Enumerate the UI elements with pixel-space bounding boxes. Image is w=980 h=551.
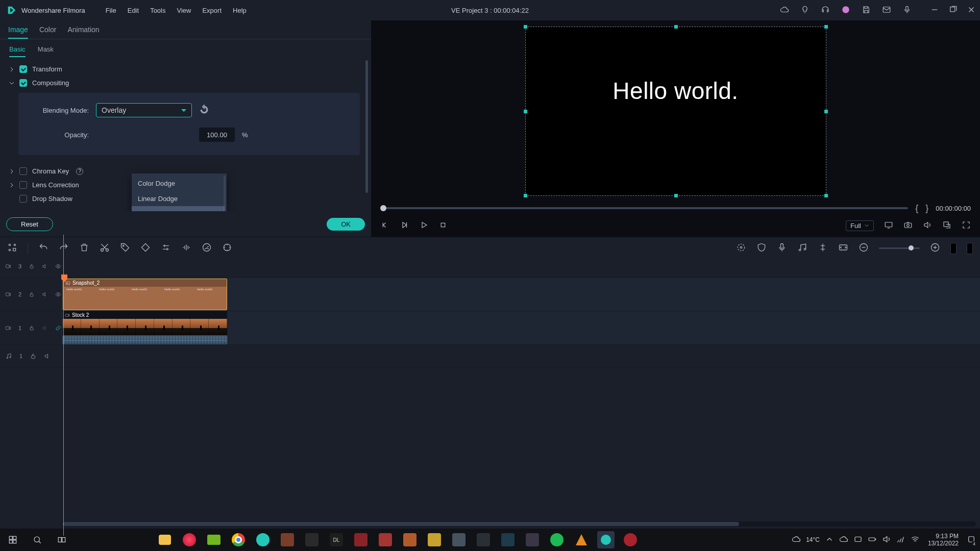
zoom-in-icon[interactable] [930,242,940,254]
lock-icon[interactable] [30,353,37,360]
stop-icon[interactable] [438,220,448,231]
game12-app-icon[interactable] [622,531,639,548]
checkbox-chroma[interactable] [19,167,27,175]
message-icon[interactable] [882,5,891,16]
support-icon[interactable] [821,5,830,16]
adjust-icon[interactable] [161,242,171,254]
resize-handle[interactable] [824,110,828,113]
record-icon[interactable] [902,5,912,16]
tab-color[interactable]: Color [39,26,56,39]
search-icon[interactable] [29,531,46,548]
music-icon[interactable] [797,242,807,254]
fullscreen-icon[interactable] [962,220,971,231]
battery-icon[interactable] [868,535,877,545]
tag-icon[interactable] [120,242,130,254]
render-icon[interactable] [736,242,746,254]
shield-icon[interactable] [756,242,767,254]
resize-handle[interactable] [824,25,828,29]
spotify-app-icon[interactable] [548,531,566,548]
blend-mode-select[interactable]: Overlay [96,103,192,117]
audio-mixer-icon[interactable] [950,243,957,254]
play-next-icon[interactable] [400,220,409,231]
display-icon[interactable] [884,220,893,231]
weather-icon[interactable] [792,535,801,545]
onedrive-icon[interactable] [839,535,848,545]
preview-frame[interactable]: Hello world. [525,27,826,196]
lock-icon[interactable] [29,291,35,298]
popout-icon[interactable] [942,220,951,231]
preview-scrubber[interactable] [380,207,908,209]
tips-icon[interactable] [800,5,810,16]
tab-image[interactable]: Image [8,26,28,39]
audio-mixer-icon[interactable] [967,243,973,254]
opera-app-icon[interactable] [181,531,198,548]
templates-icon[interactable] [7,242,17,254]
save-icon[interactable] [862,5,871,16]
clock[interactable]: 9:13 PM 13/12/2022 [928,533,959,547]
audio-wave-icon[interactable] [181,242,191,254]
motion-icon[interactable] [222,242,232,254]
marker-icon[interactable] [818,242,828,254]
game11-app-icon[interactable] [524,531,541,548]
filmora-app-icon[interactable] [254,531,272,548]
mute-icon[interactable] [42,291,48,298]
eye-icon[interactable] [55,291,61,298]
checkbox-drop[interactable] [19,195,27,203]
account-icon[interactable] [841,5,850,16]
lock-icon[interactable] [29,263,35,270]
resize-handle[interactable] [824,194,828,197]
menu-view[interactable]: View [177,7,191,14]
step-back-icon[interactable] [380,220,389,231]
game3-app-icon[interactable]: DL [328,531,345,548]
playhead-knob-icon[interactable] [61,274,67,283]
game4-app-icon[interactable] [352,531,370,548]
dd-overlay[interactable]: Overlay [132,206,225,211]
volume-icon[interactable] [923,220,932,231]
voiceover-icon[interactable] [777,242,787,254]
resize-handle[interactable] [674,25,678,29]
mute-icon[interactable] [42,324,48,332]
taskview-icon[interactable] [53,531,70,548]
clip-stock[interactable]: Stock 2 [63,311,227,345]
mute-icon[interactable] [42,263,48,270]
language-icon[interactable] [853,535,863,545]
opacity-value[interactable]: 100.00 [199,128,235,142]
checkbox-compositing[interactable] [19,79,27,87]
keyframe-icon[interactable] [140,242,151,254]
maximize-icon[interactable] [948,5,958,16]
zoom-slider[interactable] [879,247,920,249]
sound-icon[interactable] [882,535,891,545]
help-icon[interactable]: ? [76,168,83,175]
eye-icon[interactable] [55,263,61,270]
game9-app-icon[interactable] [475,531,492,548]
fit-icon[interactable] [838,242,848,254]
minimize-icon[interactable] [930,5,939,16]
redo-icon[interactable] [59,242,69,254]
close-icon[interactable] [967,5,976,16]
reset-button[interactable]: Reset [6,217,53,231]
reset-blend-icon[interactable] [199,105,209,116]
game2-app-icon[interactable] [303,531,321,548]
resize-handle[interactable] [524,25,527,29]
zoom-out-icon[interactable] [859,242,869,254]
mark-in-icon[interactable]: { [915,203,918,214]
subtab-mask[interactable]: Mask [38,45,54,57]
resize-handle[interactable] [524,110,527,113]
cloud-icon[interactable] [780,5,789,16]
cut-icon[interactable] [100,242,110,254]
subtab-basic[interactable]: Basic [9,45,26,57]
speed-icon[interactable] [202,242,212,254]
ok-button[interactable]: OK [327,218,365,231]
game6-app-icon[interactable] [401,531,419,548]
checkbox-transform[interactable] [19,65,27,73]
game1-app-icon[interactable] [279,531,296,548]
delete-icon[interactable] [79,242,89,254]
menu-tools[interactable]: Tools [150,7,165,14]
clip-snapshot[interactable]: Snapshot_2 Hello world. Hello world. Hel… [63,279,227,310]
filmora2-app-icon[interactable] [597,531,615,548]
menu-export[interactable]: Export [202,7,222,14]
snapshot-icon[interactable] [903,220,913,231]
play-icon[interactable] [419,220,428,231]
link-icon[interactable] [55,324,61,332]
start-icon[interactable] [4,531,21,548]
